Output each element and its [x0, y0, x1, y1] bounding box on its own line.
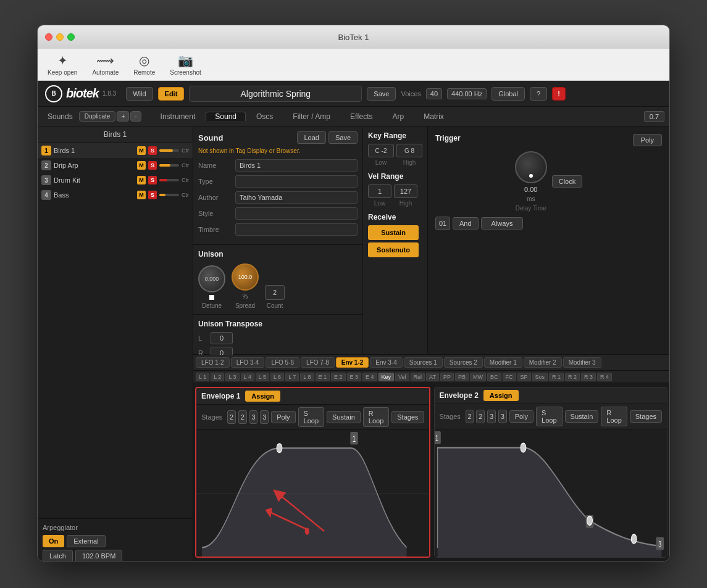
env2-mode-sloop[interactable]: S Loop: [536, 407, 562, 426]
midi-pb[interactable]: PB: [455, 373, 469, 381]
env1-mode-rloop[interactable]: R Loop: [363, 407, 389, 427]
midi-sos[interactable]: Sos: [532, 373, 548, 381]
sound-load-button[interactable]: Load: [297, 131, 325, 144]
sound-item-2[interactable]: 2 Drip Arp M S Ctr: [38, 158, 193, 173]
author-value[interactable]: Taiho Yamada: [235, 191, 358, 204]
env2-mode-stages[interactable]: Stages: [630, 410, 662, 423]
toolbar-screenshot[interactable]: 📷 Screenshot: [170, 53, 201, 76]
sound-slider-4[interactable]: [159, 194, 179, 196]
tab-sources-2[interactable]: Sources 2: [444, 357, 483, 368]
tab-sound[interactable]: Sound: [206, 112, 246, 121]
sound-item-1[interactable]: 1 Birds 1 M S Ctr: [38, 143, 193, 158]
freq-value[interactable]: 440.00 Hz: [447, 88, 487, 99]
midi-r4[interactable]: R 4: [597, 373, 612, 381]
vel-range-high[interactable]: 127: [394, 184, 417, 198]
duplicate-button[interactable]: Duplicate: [79, 111, 116, 122]
midi-r3[interactable]: R 3: [581, 373, 596, 381]
midi-l5[interactable]: L 5: [256, 373, 269, 381]
env1-mode-poly[interactable]: Poly: [271, 411, 295, 423]
tab-lfo-78[interactable]: LFO 7-8: [301, 357, 335, 368]
tab-oscs[interactable]: Oscs: [247, 112, 282, 121]
sound-m-2[interactable]: M: [137, 161, 146, 170]
matrix-value[interactable]: 0.7: [644, 111, 664, 122]
midi-r2[interactable]: R 2: [565, 373, 580, 381]
help-button[interactable]: ?: [530, 87, 547, 101]
tab-filter-amp[interactable]: Filter / Amp: [283, 112, 340, 121]
sound-slider-3[interactable]: [159, 179, 179, 181]
remove-sound-button[interactable]: -: [130, 111, 141, 122]
arp-latch-button[interactable]: Latch: [43, 550, 73, 561]
arp-on-button[interactable]: On: [43, 535, 64, 547]
edit-button[interactable]: Edit: [158, 87, 185, 101]
tab-arp[interactable]: Arp: [383, 112, 414, 121]
preset-name[interactable]: Algorithmic Spring: [189, 86, 362, 102]
trigger-num[interactable]: 01: [435, 217, 450, 230]
tab-modifier-3[interactable]: Modifier 3: [563, 357, 601, 368]
always-button[interactable]: Always: [481, 217, 524, 230]
tab-instrument[interactable]: Instrument: [151, 112, 205, 121]
clock-button[interactable]: Clock: [552, 175, 583, 188]
panic-button[interactable]: !: [552, 87, 566, 101]
midi-fc[interactable]: FC: [503, 373, 516, 381]
tab-lfo-56[interactable]: LFO 5-6: [266, 357, 299, 368]
midi-l3[interactable]: L 3: [225, 373, 239, 381]
sound-item-4[interactable]: 4 Bass M S Ctr: [38, 188, 193, 202]
type-value[interactable]: [235, 175, 358, 188]
sound-s-3[interactable]: S: [148, 176, 157, 184]
sound-s-2[interactable]: S: [148, 161, 157, 170]
tab-matrix[interactable]: Matrix: [414, 112, 453, 121]
env2-stage-num-2[interactable]: 2: [476, 410, 485, 423]
sound-s-4[interactable]: S: [148, 191, 157, 199]
midi-vel[interactable]: Vel: [395, 373, 409, 381]
env1-stage-num-3[interactable]: 3: [249, 410, 258, 424]
add-sound-button[interactable]: +: [117, 111, 129, 122]
voices-value[interactable]: 40: [426, 88, 442, 99]
sound-m-1[interactable]: M: [137, 146, 146, 155]
sound-m-4[interactable]: M: [137, 191, 146, 199]
maximize-button[interactable]: [67, 33, 75, 41]
midi-r1[interactable]: R 1: [549, 373, 564, 381]
env2-mode-poly[interactable]: Poly: [509, 410, 533, 423]
env2-stage-num-4[interactable]: 3: [498, 410, 507, 423]
midi-l4[interactable]: L 4: [241, 373, 254, 381]
sound-save-button[interactable]: Save: [328, 131, 358, 144]
key-range-high[interactable]: G 8: [396, 144, 422, 157]
tab-lfo-34[interactable]: LFO 3-4: [231, 357, 265, 368]
trigger-poly[interactable]: Poly: [633, 134, 662, 146]
env2-mode-sustain[interactable]: Sustain: [565, 410, 599, 423]
midi-l2[interactable]: L 2: [211, 373, 224, 381]
save-button[interactable]: Save: [367, 87, 396, 101]
env1-stage-num-1[interactable]: 2: [227, 410, 236, 424]
env1-assign-button[interactable]: Assign: [245, 391, 280, 402]
tab-modifier-2[interactable]: Modifier 2: [524, 357, 562, 368]
env1-mode-sustain[interactable]: Sustain: [327, 411, 361, 423]
toolbar-automate[interactable]: ⟿ Automate: [92, 53, 119, 76]
key-range-low[interactable]: C -2: [368, 144, 394, 157]
tab-modifier-1[interactable]: Modifier 1: [484, 357, 522, 368]
env2-assign-button[interactable]: Assign: [483, 390, 519, 401]
sound-item-3[interactable]: 3 Drum Kit M S Ctr: [38, 173, 193, 188]
minimize-button[interactable]: [56, 33, 64, 41]
timbre-value[interactable]: [235, 223, 358, 236]
tab-sources-1[interactable]: Sources 1: [404, 357, 443, 368]
tab-env-12[interactable]: Env 1-2: [336, 357, 369, 368]
midi-at[interactable]: AT: [426, 373, 439, 381]
midi-bc[interactable]: BC: [487, 373, 501, 381]
midi-l1[interactable]: L 1: [196, 373, 209, 381]
env1-mode-sloop[interactable]: S Loop: [298, 407, 324, 427]
sustain-button[interactable]: Sustain: [368, 225, 419, 240]
midi-sp[interactable]: SP: [517, 373, 531, 381]
env2-canvas[interactable]: 1 2 3: [435, 429, 667, 557]
wild-button[interactable]: Wild: [126, 87, 153, 101]
delay-knob[interactable]: [515, 151, 547, 183]
midi-l6[interactable]: L 6: [270, 373, 284, 381]
midi-key[interactable]: Key: [379, 373, 395, 381]
global-button[interactable]: Global: [492, 87, 525, 101]
midi-l8[interactable]: L 8: [300, 373, 314, 381]
sound-m-3[interactable]: M: [137, 176, 146, 184]
sound-slider-1[interactable]: [159, 149, 179, 152]
vel-range-low[interactable]: 1: [368, 184, 391, 198]
spread-knob[interactable]: 100.0: [232, 263, 259, 291]
transpose-l-value[interactable]: 0: [211, 332, 233, 344]
env2-mode-rloop[interactable]: R Loop: [601, 407, 627, 426]
